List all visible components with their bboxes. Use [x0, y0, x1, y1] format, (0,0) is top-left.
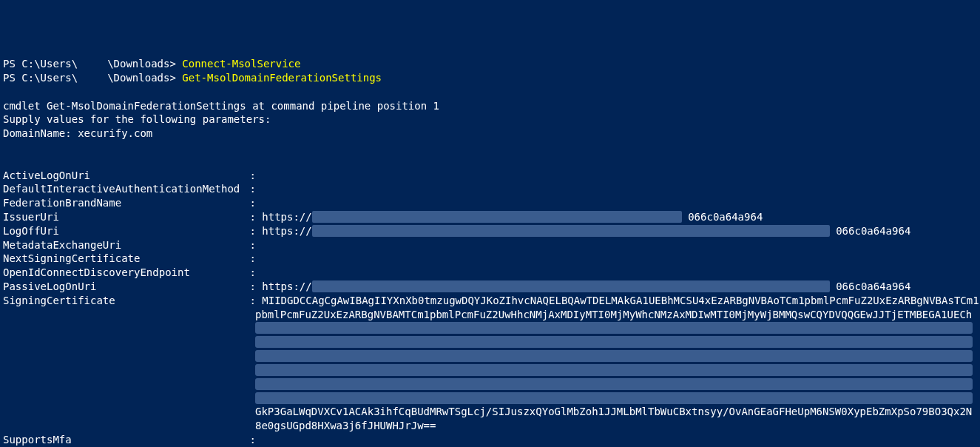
prompt-line-2: PS C:\Users\ \Downloads> Get-MsolDomainF… [3, 71, 977, 85]
prop-passivelogon: PassiveLogOnUri : https:// 066c0a64a964 [3, 280, 977, 294]
prop-nextsigning: NextSigningCertificate : [3, 252, 977, 266]
separator: : [243, 252, 262, 264]
cmdlet-info-line1: cmdlet Get-MsolDomainFederationSettings … [3, 99, 977, 113]
prop-label: SigningCertificate [3, 294, 243, 308]
terminal-output[interactable]: PS C:\Users\ \Downloads> Connect-MsolSer… [3, 57, 977, 447]
separator: : [243, 239, 262, 251]
cmdlet-info-line2: Supply values for the following paramete… [3, 112, 977, 127]
separator: : [243, 183, 262, 195]
ps-path-suffix: \Downloads> [107, 72, 182, 84]
cert-line-2: pbmlPcmFuZ2UxEzARBgNVBAMTCm1pbmlPcmFuZ2U… [3, 308, 977, 322]
prop-label: OpenIdConnectDiscoveryEndpoint [3, 266, 243, 280]
cmdlet-connect: Connect-MsolService [182, 58, 300, 70]
prop-supportsmfa: SupportsMfa : [3, 433, 977, 447]
prompt-line-1: PS C:\Users\ \Downloads> Connect-MsolSer… [3, 57, 977, 71]
separator: : [243, 197, 262, 209]
prop-issueruri: IssuerUri : https:// 066c0a64a964 [3, 210, 977, 224]
ps-prompt-prefix: PS C:\Users\ [3, 72, 78, 84]
blank-line [3, 155, 977, 169]
prop-value-suffix: 066c0a64a964 [836, 225, 910, 237]
separator: : [243, 434, 262, 446]
separator: : [243, 295, 262, 306]
cmdlet-get-federation: Get-MsolDomainFederationSettings [182, 72, 382, 84]
prop-value-suffix: 066c0a64a964 [836, 280, 910, 292]
prop-value-prefix: https:// [262, 280, 311, 292]
cert-line-4: 8e0gsUGpd8HXwa3j6fJHUWHJrJw== [3, 419, 977, 433]
prop-label: FederationBrandName [3, 196, 243, 210]
prop-defaultauth: DefaultInteractiveAuthenticationMethod : [3, 182, 977, 196]
cmdlet-info-line3: DomainName: xecurify.com [3, 127, 977, 141]
separator: : [243, 266, 262, 278]
redacted-username [78, 73, 107, 84]
prop-value-prefix: https:// [262, 225, 311, 237]
prop-label: NextSigningCertificate [3, 252, 243, 266]
prop-value-suffix: 066c0a64a964 [688, 211, 763, 223]
prop-label: IssuerUri [3, 210, 243, 224]
prop-metadata: MetadataExchangeUri : [3, 238, 977, 252]
prop-openid: OpenIdConnectDiscoveryEndpoint : [3, 266, 977, 280]
prop-value-prefix: https:// [262, 211, 311, 223]
prop-signingcert: SigningCertificate : MIIDGDCCAgCgAwIBAgI… [3, 294, 977, 308]
prop-label: LogOffUri [3, 224, 243, 238]
blank-line [3, 141, 977, 155]
redacted-url [312, 280, 830, 292]
ps-path-suffix: \Downloads> [107, 58, 182, 70]
redacted-url [312, 211, 682, 223]
prop-label: PassiveLogOnUri [3, 280, 243, 294]
separator: : [243, 211, 262, 223]
separator: : [243, 280, 262, 292]
cert-line-3: GkP3GaLWqDVXCv1ACAk3ihfCqBUdMRwTSgLcj/SI… [3, 405, 977, 419]
blank-line [3, 85, 977, 99]
separator: : [243, 169, 262, 181]
prop-label: ActiveLogOnUri [3, 169, 243, 183]
prop-federationbrand: FederationBrandName : [3, 196, 977, 210]
prop-activelogonuri: ActiveLogOnUri : [3, 169, 977, 183]
redacted-cert-block [255, 322, 977, 404]
prop-label: MetadataExchangeUri [3, 238, 243, 252]
prop-label: SupportsMfa [3, 433, 243, 447]
prop-label: DefaultInteractiveAuthenticationMethod [3, 182, 243, 196]
ps-prompt-prefix: PS C:\Users\ [3, 58, 78, 70]
redacted-url [312, 225, 830, 237]
redacted-username [78, 59, 107, 70]
prop-logoffuri: LogOffUri : https:// 066c0a64a964 [3, 224, 977, 238]
separator: : [243, 225, 262, 237]
cert-line-1: MIIDGDCCAgCgAwIBAgIIYXnXb0tmzugwDQYJKoZI… [262, 295, 979, 306]
